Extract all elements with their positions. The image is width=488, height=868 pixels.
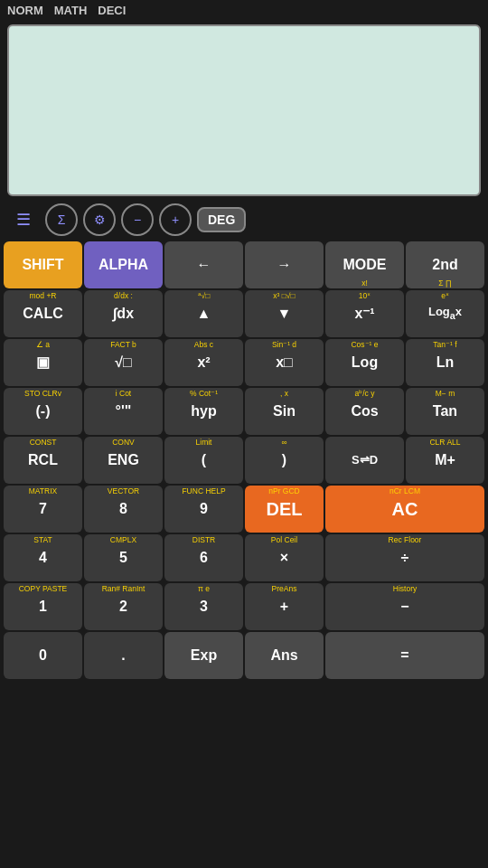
- rcl-button[interactable]: CONST RCL: [4, 437, 82, 484]
- top-bar: NORM MATH DECI: [0, 0, 488, 21]
- integral-button[interactable]: d/dx : ∫dx: [84, 290, 163, 337]
- open-paren-button[interactable]: Limit (: [164, 437, 243, 484]
- toolbar: ☰ Σ ⚙ − + DEG: [0, 200, 488, 240]
- right-arrow-button[interactable]: →: [245, 241, 324, 288]
- button-grid: SHIFT ALPHA ← → MODE x! 2nd Σ ∏ mod +R C…: [0, 240, 488, 681]
- 7-button[interactable]: MATRIX 7: [4, 486, 82, 533]
- up-arrow-button[interactable]: ᵃ√□ ▲: [164, 290, 243, 337]
- 8-button[interactable]: VECTOR 8: [84, 486, 163, 533]
- mode-math: MATH: [54, 4, 88, 17]
- sqrt-button[interactable]: FACT b √□: [84, 339, 163, 386]
- divide-button[interactable]: Rec Floor ÷: [325, 534, 484, 581]
- dot-button[interactable]: .: [84, 632, 163, 679]
- 2-button[interactable]: Ran# RanInt 2: [84, 583, 163, 630]
- 3-button[interactable]: π e 3: [164, 583, 243, 630]
- ln-button[interactable]: Tan⁻¹ f Ln: [406, 339, 484, 386]
- close-paren-button[interactable]: ∞ ): [245, 437, 324, 484]
- calc-button[interactable]: mod +R CALC: [4, 290, 82, 337]
- 2nd-button[interactable]: 2nd Σ ∏: [406, 241, 484, 288]
- log-button[interactable]: Cos⁻¹ e Log: [325, 339, 404, 386]
- mode-norm: NORM: [7, 4, 43, 17]
- plus-icon[interactable]: +: [159, 203, 192, 236]
- mode-deci: DECI: [98, 4, 126, 17]
- 0-button[interactable]: 0: [4, 632, 82, 679]
- alpha-button[interactable]: ALPHA: [84, 241, 163, 288]
- sin-button[interactable]: , x Sin: [245, 388, 324, 435]
- 5-button[interactable]: CMPLX 5: [84, 534, 163, 581]
- ac-button[interactable]: nCr LCM AC: [325, 486, 484, 533]
- settings-icon[interactable]: ⚙: [83, 203, 116, 236]
- exp-button[interactable]: Exp: [164, 632, 243, 679]
- equals-button[interactable]: =: [325, 632, 484, 679]
- x-squared-button[interactable]: Abs c x²: [164, 339, 243, 386]
- multiply-button[interactable]: Pol Ceil ×: [245, 534, 324, 581]
- left-arrow-button[interactable]: ←: [164, 241, 243, 288]
- add-button[interactable]: PreAns +: [245, 583, 324, 630]
- 4-button[interactable]: STAT 4: [4, 534, 82, 581]
- calculator-display: [7, 24, 481, 196]
- x-inverse-button[interactable]: 10ˣ x⁻¹: [325, 290, 404, 337]
- hyp-button[interactable]: % Cot⁻¹ hyp: [164, 388, 243, 435]
- ans-button[interactable]: Ans: [245, 632, 324, 679]
- deg-button[interactable]: DEG: [197, 207, 246, 232]
- shift-button[interactable]: SHIFT: [4, 241, 82, 288]
- 1-button[interactable]: COPY PASTE 1: [4, 583, 82, 630]
- m-plus-button[interactable]: CLR ALL M+: [406, 437, 484, 484]
- 9-button[interactable]: FUNC HELP 9: [164, 486, 243, 533]
- minus-icon[interactable]: −: [121, 203, 154, 236]
- cos-button[interactable]: aᵇ/c y Cos: [325, 388, 404, 435]
- sigma-icon[interactable]: Σ: [45, 203, 78, 236]
- degrees-button[interactable]: i Cot °'": [84, 388, 163, 435]
- fraction-button[interactable]: ∠ a ▣: [4, 339, 82, 386]
- del-button[interactable]: nPr GCD DEL: [245, 486, 324, 533]
- x-power-button[interactable]: Sin⁻¹ d x□: [245, 339, 324, 386]
- 6-button[interactable]: DISTR 6: [164, 534, 243, 581]
- subtract-button[interactable]: History −: [325, 583, 484, 630]
- negate-button[interactable]: STO CLRv (-): [4, 388, 82, 435]
- mode-button[interactable]: MODE x!: [325, 241, 404, 288]
- sd-button[interactable]: S⇌D: [325, 437, 404, 484]
- down-arrow-button[interactable]: x³ □√□ ▼: [245, 290, 324, 337]
- menu-icon[interactable]: ☰: [7, 203, 40, 236]
- eng-button[interactable]: CONV ENG: [84, 437, 163, 484]
- tan-button[interactable]: M− m Tan: [406, 388, 484, 435]
- log-a-x-button[interactable]: eˣ Logax: [406, 290, 484, 337]
